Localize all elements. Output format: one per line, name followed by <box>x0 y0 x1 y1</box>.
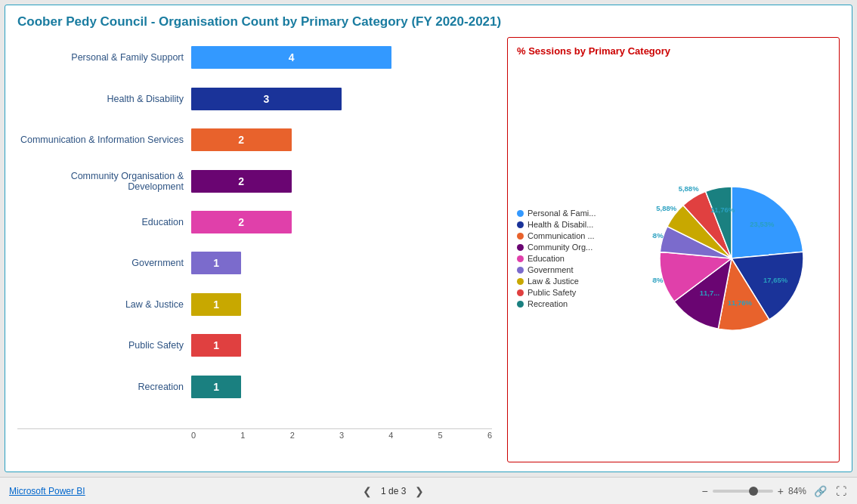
zoom-thumb <box>749 487 758 496</box>
legend-dot <box>517 267 524 274</box>
svg-text:11,7...: 11,7... <box>699 289 719 297</box>
svg-text:11,76%: 11,76% <box>727 298 752 307</box>
svg-text:5,88%: 5,88% <box>652 276 664 284</box>
bar-row: Personal & Family Support4 <box>17 44 492 71</box>
x-tick: 3 <box>339 431 344 440</box>
zoom-level: 84% <box>788 486 806 496</box>
bar[interactable]: 1 <box>191 334 241 357</box>
bar-label: Health & Disability <box>17 94 191 104</box>
chart-title: Coober Pedy Council - Organisation Count… <box>17 14 840 29</box>
legend-item: Recreation <box>517 299 627 308</box>
bar-label: Recreation <box>17 382 191 392</box>
page-indicator: 1 de 3 <box>381 486 406 496</box>
bar[interactable]: 3 <box>191 88 342 110</box>
footer: Microsoft Power BI ❮ 1 de 3 ❯ − + 84% 🔗 … <box>0 477 857 504</box>
bar-row: Law & Justice1 <box>17 291 492 318</box>
prev-page-button[interactable]: ❮ <box>360 484 375 499</box>
legend-dot <box>517 289 524 296</box>
share-button[interactable]: 🔗 <box>812 484 828 499</box>
bar[interactable]: 1 <box>191 293 241 316</box>
bar-row: Recreation1 <box>17 373 492 400</box>
svg-text:5,88%: 5,88% <box>652 231 664 240</box>
legend-label: Communication ... <box>528 231 595 240</box>
page-navigation: ❮ 1 de 3 ❯ <box>360 484 427 499</box>
bar-label: Government <box>17 258 191 268</box>
bar-wrapper: 1 <box>191 376 492 398</box>
zoom-in-button[interactable]: + <box>778 485 784 497</box>
bar-row: Education2 <box>17 209 492 236</box>
zoom-out-button[interactable]: − <box>702 485 708 497</box>
bar-label: Public Safety <box>17 340 191 351</box>
svg-text:5,88%: 5,88% <box>656 204 676 212</box>
x-tick: 0 <box>191 431 196 440</box>
legend-label: Health & Disabil... <box>528 220 593 229</box>
legend-item: Law & Justice <box>517 277 627 286</box>
charts-area: Personal & Family Support4Health & Disab… <box>17 37 840 462</box>
legend-dot <box>517 210 524 217</box>
bar[interactable]: 4 <box>191 46 391 69</box>
legend-item: Education <box>517 254 627 263</box>
svg-text:11,76%: 11,76% <box>710 206 735 214</box>
bar-wrapper: 1 <box>191 334 492 357</box>
legend-label: Government <box>528 265 574 274</box>
bar-label: Law & Justice <box>17 299 191 310</box>
bar[interactable]: 2 <box>191 128 292 151</box>
legend-label: Law & Justice <box>528 277 579 286</box>
legend-label: Education <box>528 254 565 263</box>
x-tick: 1 <box>240 431 245 440</box>
bar[interactable]: 2 <box>191 170 292 193</box>
svg-text:5,88%: 5,88% <box>678 184 698 193</box>
x-tick: 5 <box>438 431 443 440</box>
bar-row: Public Safety1 <box>17 332 492 359</box>
legend-dot <box>517 221 524 228</box>
bar-wrapper: 1 <box>191 293 492 316</box>
legend-item: Health & Disabil... <box>517 220 627 229</box>
bar-wrapper: 2 <box>191 211 492 233</box>
bar-chart-area: Personal & Family Support4Health & Disab… <box>17 37 507 462</box>
pie-chart-area: % Sessions by Primary Category Personal … <box>507 37 840 462</box>
legend-item: Communication ... <box>517 231 627 240</box>
legend-item: Community Org... <box>517 243 627 252</box>
bar-row: Government1 <box>17 249 492 277</box>
legend-dot <box>517 244 524 251</box>
x-tick: 4 <box>388 431 393 440</box>
bar[interactable]: 2 <box>191 211 292 233</box>
bar-wrapper: 1 <box>191 252 492 274</box>
bar[interactable]: 1 <box>191 252 241 274</box>
pie-content: Personal & Fami...Health & Disabil...Com… <box>517 63 830 454</box>
x-axis: 0123456 <box>17 428 492 440</box>
legend-label: Public Safety <box>528 288 576 297</box>
bar-label: Personal & Family Support <box>17 52 191 63</box>
bar-wrapper: 2 <box>191 170 492 193</box>
bar-row: Community Organisation & Development2 <box>17 168 492 195</box>
bar-wrapper: 2 <box>191 128 492 151</box>
bar-label: Education <box>17 217 191 227</box>
chart-container: Coober Pedy Council - Organisation Count… <box>5 5 852 472</box>
fullscreen-button[interactable]: ⛶ <box>834 484 848 499</box>
bar-row: Health & Disability3 <box>17 85 492 113</box>
pie-svg-container: 23,53%17,65%11,76%11,7...5,88%5,88%5,88%… <box>633 63 830 454</box>
legend-dot <box>517 255 524 262</box>
bar[interactable]: 1 <box>191 376 241 398</box>
zoom-control: − + 84% <box>702 485 806 497</box>
bar-label: Community Organisation & Development <box>17 171 191 192</box>
legend-label: Community Org... <box>528 243 592 252</box>
legend-dot <box>517 278 524 285</box>
legend-label: Recreation <box>528 299 568 308</box>
bar-wrapper: 4 <box>191 46 492 69</box>
x-tick: 2 <box>290 431 295 440</box>
main-container: Coober Pedy Council - Organisation Count… <box>0 0 857 477</box>
next-page-button[interactable]: ❯ <box>412 484 427 499</box>
bar-label: Communication & Information Services <box>17 135 191 145</box>
svg-text:17,65%: 17,65% <box>763 276 788 284</box>
pie-legend: Personal & Fami...Health & Disabil...Com… <box>517 63 627 454</box>
brand-link[interactable]: Microsoft Power BI <box>9 486 85 496</box>
legend-item: Personal & Fami... <box>517 209 627 218</box>
legend-label: Personal & Fami... <box>528 209 596 218</box>
legend-dot <box>517 301 524 308</box>
pie-chart-title: % Sessions by Primary Category <box>517 45 830 57</box>
zoom-slider[interactable] <box>713 490 773 493</box>
legend-item: Public Safety <box>517 288 627 297</box>
footer-right: − + 84% 🔗 ⛶ <box>702 484 848 499</box>
x-tick: 6 <box>487 431 492 440</box>
